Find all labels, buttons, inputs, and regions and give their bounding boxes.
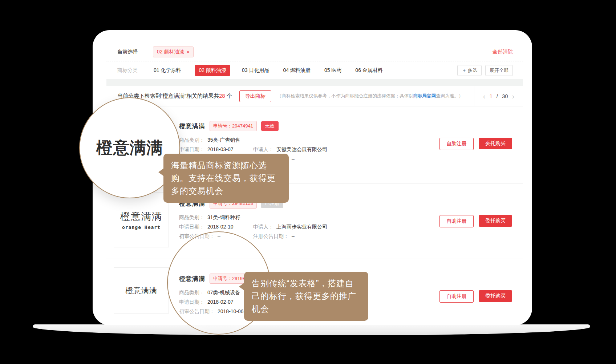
first-publication-field: 初审公告日期：2018-10-06 xyxy=(179,308,244,315)
apply-date-field: 申请日期：2018-02-10 xyxy=(179,224,234,230)
trademark-image-text: 橙意满满 xyxy=(125,286,157,296)
results-count: 28 xyxy=(219,93,225,99)
category-field: 商品类别：07类-机械设备 xyxy=(179,290,240,296)
filter-card: 当前选择 02 颜料油漆 × 全部清除 商标分类 01 化学原料 02 颜料油漆… xyxy=(106,43,523,79)
trademark-image-text: 橙意满满 xyxy=(120,210,162,223)
expand-all-button[interactable]: 展开全部 xyxy=(485,65,513,76)
row-actions: 自助注册 委托购买 xyxy=(439,215,512,227)
field-value: 07类-机械设备 xyxy=(207,290,240,295)
current-page: 1 xyxy=(489,93,492,99)
trademark-name: 橙意满满 xyxy=(179,275,205,283)
category-item-06[interactable]: 06 金属材料 xyxy=(355,67,382,74)
page-separator: / xyxy=(497,93,498,99)
field-label: 申请人： xyxy=(253,146,273,152)
prev-page-icon[interactable]: ‹ xyxy=(483,93,486,100)
field-value: 31类-饲料种籽 xyxy=(207,214,240,220)
card-gap-band xyxy=(106,79,523,86)
field-label: 商品类别： xyxy=(179,137,204,143)
field-label: 注册公告日期： xyxy=(253,233,289,239)
current-selection-row: 当前选择 02 颜料油漆 × 全部清除 xyxy=(106,43,523,61)
applicant-field: 申请人：安徽美达会展有限公司 xyxy=(253,146,327,153)
trademark-name: 橙意满满 xyxy=(179,122,205,130)
disclaimer-prefix: （商标检索结果仅供参考，不作为商标能否注册的法律依据；具体以 xyxy=(277,93,413,98)
tooltip-promotion: 告别传统“发表格”，搭建自己的标行，获得更多的推广机会 xyxy=(244,272,368,321)
field-value: 2018-02-07 xyxy=(207,299,234,305)
tooltip-trade-resources: 海量精品商标资源随心选购。支持在线交易，获得更多的交易机会 xyxy=(163,154,289,203)
registration-publication-field: 注册公告日期：– xyxy=(253,233,295,240)
apply-date-field: 申请日期：2018-02-07 xyxy=(179,299,234,306)
category-item-03[interactable]: 03 日化用品 xyxy=(242,67,269,74)
category-item-04[interactable]: 04 燃料油脂 xyxy=(283,67,310,74)
field-label: 初审公告日期： xyxy=(179,308,215,314)
application-number-tag: 申请号：29474941 xyxy=(210,121,257,131)
next-page-icon[interactable]: › xyxy=(512,93,515,100)
trademark-name-line: 橙意满满 申请号：29474941 无效 xyxy=(179,121,279,131)
field-label: 申请日期： xyxy=(179,146,204,152)
category-item-02[interactable]: 02 颜料油漆 xyxy=(195,65,230,76)
first-publication-field: 初审公告日期：– xyxy=(179,233,220,240)
trademark-office-link[interactable]: 商标局官网 xyxy=(413,93,436,98)
self-register-button[interactable]: 自助注册 xyxy=(439,138,474,150)
application-number-label: 申请号： xyxy=(213,276,232,281)
trademark-image: 橙意满满 xyxy=(114,267,169,314)
category-row: 商标分类 01 化学原料 02 颜料油漆 03 日化用品 04 燃料油脂 05 … xyxy=(106,61,523,79)
category-field: 商品类别：31类-饲料种籽 xyxy=(179,214,240,221)
summary-suffix: 个 xyxy=(225,93,232,99)
clear-all-button[interactable]: 全部清除 xyxy=(493,49,513,55)
self-register-button[interactable]: 自助注册 xyxy=(439,215,474,227)
category-label: 商标分类 xyxy=(117,67,138,74)
field-value: – xyxy=(292,233,295,239)
remove-tag-icon[interactable]: × xyxy=(186,49,189,54)
multi-select-button[interactable]: ＋ 多选 xyxy=(457,65,482,76)
applicant-field: 申请人：上海雨步实业有限公司 xyxy=(253,224,327,230)
magnified-trademark-text: 橙意满满 xyxy=(96,137,163,159)
category-item-01[interactable]: 01 化学原料 xyxy=(154,67,181,74)
disclaimer-text: （商标检索结果仅供参考，不作为商标能否注册的法律依据；具体以商标局官网查询为准。… xyxy=(277,93,474,99)
trademark-image: 橙意满满 orange Heart xyxy=(114,192,169,247)
field-value: 安徽美达会展有限公司 xyxy=(276,146,327,152)
results-header: 当前分类下检索到“橙意满满”相关的结果共28 个 导出商标 （商标检索结果仅供参… xyxy=(106,86,523,106)
field-label: 商品类别： xyxy=(179,214,204,220)
disclaimer-suffix: 查询为准。） xyxy=(436,93,463,98)
selected-filter-tag-label: 02 颜料油漆 xyxy=(157,49,184,55)
field-value: 35类-广告销售 xyxy=(207,137,240,143)
entrust-buy-button[interactable]: 委托购买 xyxy=(479,290,512,302)
row-actions: 自助注册 委托购买 xyxy=(439,138,512,150)
application-number-value: 29474941 xyxy=(232,123,253,129)
current-selection-label: 当前选择 xyxy=(117,49,138,55)
self-register-button[interactable]: 自助注册 xyxy=(439,290,474,303)
field-label: 申请人： xyxy=(253,224,273,230)
entrust-buy-button[interactable]: 委托购买 xyxy=(479,138,512,149)
field-label: 申请日期： xyxy=(179,299,204,305)
row-actions: 自助注册 委托购买 xyxy=(439,290,512,303)
field-label: 商品类别： xyxy=(179,290,204,295)
field-value: 2018-02-10 xyxy=(207,224,234,230)
export-trademarks-button[interactable]: 导出商标 xyxy=(239,90,271,102)
field-value: 2018-03-07 xyxy=(207,146,234,152)
field-label: 初审公告日期： xyxy=(179,233,215,239)
laptop-base xyxy=(33,324,590,335)
application-number-label: 申请号： xyxy=(213,123,232,129)
category-field: 商品类别：35类-广告销售 xyxy=(179,137,240,143)
field-value: 2018-10-06 xyxy=(218,308,244,314)
field-value: 上海雨步实业有限公司 xyxy=(276,224,327,230)
field-value: – xyxy=(218,233,220,239)
selected-filter-tag[interactable]: 02 颜料油漆 × xyxy=(153,46,194,57)
status-badge: 无效 xyxy=(261,121,279,131)
trademark-image-subtext: orange Heart xyxy=(122,225,161,230)
field-label: 申请日期： xyxy=(179,224,204,230)
entrust-buy-button[interactable]: 委托购买 xyxy=(479,215,512,227)
total-pages: 30 xyxy=(502,93,508,99)
pagination: ‹ 1 / 30 › xyxy=(474,86,523,106)
category-item-05[interactable]: 05 医药 xyxy=(324,67,341,74)
apply-date-field: 申请日期：2018-03-07 xyxy=(179,146,234,153)
field-value: – xyxy=(292,156,295,162)
